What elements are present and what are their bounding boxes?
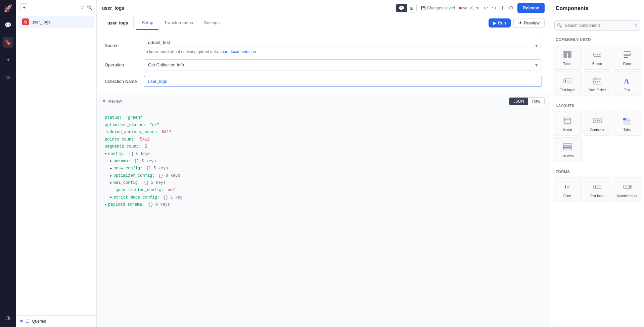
wal-config-expand-arrow[interactable]: ▶ (110, 180, 112, 186)
search-input-icon: 🔍 (557, 23, 562, 28)
nav-star-icon[interactable]: ✦ (3, 54, 13, 65)
svg-rect-48 (563, 148, 571, 150)
file-name-label: user_logs (32, 19, 50, 24)
run-button[interactable]: ▶ Run (489, 18, 511, 28)
component-form2[interactable]: Form (553, 177, 582, 202)
commonly-used-grid: Table Button For (550, 44, 644, 97)
undo-button[interactable]: ↩ (484, 5, 488, 11)
source-hint-text: To know more about querying qdrant data,… (144, 49, 542, 54)
operation-row: Operation Get Collection Info ▼ (105, 59, 542, 70)
components-search-box: 🔍 ✕ (550, 17, 644, 34)
json-optimizer-status-line: optimizer_status: "ok" (105, 122, 542, 129)
json-quantization-line: quantization_config: null (110, 187, 542, 194)
comment-toggle-button[interactable]: 💬 (396, 4, 407, 12)
component-text-input2[interactable]: Text Input (583, 177, 611, 202)
component-text-input[interactable]: Text Input (553, 71, 582, 96)
component-modal[interactable]: Modal (553, 111, 582, 136)
json-segments-count-line: segments_count: 2 (105, 143, 542, 151)
svg-rect-13 (624, 55, 631, 56)
collection-name-input[interactable] (144, 76, 542, 87)
source-row: Source qdrant_test ▼ To know more about … (105, 37, 542, 54)
file-item[interactable]: Q user_logs (18, 16, 94, 28)
collection-control (144, 76, 542, 87)
collection-name-label: Collection Name (105, 79, 138, 84)
redo-button[interactable]: ↪ (492, 5, 496, 11)
grid-toggle-button[interactable]: ⊞ (407, 4, 416, 12)
svg-point-10 (599, 54, 600, 55)
component-button[interactable]: Button (583, 45, 611, 70)
config-collapse-arrow[interactable]: ▼ (105, 151, 107, 157)
version-badge: ver v1 ▼ (459, 6, 479, 10)
add-query-button[interactable]: + (20, 3, 28, 11)
version-dropdown-arrow[interactable]: ▼ (475, 6, 479, 10)
nav-chat-icon[interactable]: 💬 (3, 19, 13, 30)
preview-body: status: "green" optimizer_status: "ok" i… (97, 109, 550, 327)
component-table[interactable]: Table (553, 45, 582, 70)
tabs-icon (621, 115, 633, 127)
hnsw-expand-arrow[interactable]: ▶ (110, 166, 112, 172)
text-input-icon (561, 75, 573, 87)
preview-section: ▼ Preview JSON Raw status: "green" optim… (97, 94, 550, 327)
component-tabs[interactable]: Tabs (613, 111, 641, 136)
read-documentation-link[interactable]: read documentation (220, 49, 256, 54)
component-number-input[interactable]: Number Input (613, 177, 641, 202)
tab-transformation[interactable]: Transformation (158, 16, 198, 30)
json-config-line: ▼ config: {} 6 keys (105, 151, 542, 158)
strict-mode-expand-arrow[interactable]: ▶ (110, 195, 112, 201)
json-config-children: ▶ params: {} 5 keys ▶ hnsw_config: {} 5 … (110, 158, 542, 202)
container-icon (591, 115, 603, 127)
svg-rect-26 (599, 81, 600, 82)
params-expand-arrow[interactable]: ▶ (110, 158, 112, 164)
component-text[interactable]: A Text (613, 71, 641, 96)
topbar: user_logs 💬 ⊞ 💾 Changes saved ver v1 ▼ ↩… (97, 0, 550, 16)
json-params-line: ▶ params: {} 5 keys (110, 158, 542, 165)
nav-theme-icon[interactable]: ◑ (3, 312, 13, 323)
optimizer-config-expand-arrow[interactable]: ▶ (110, 173, 112, 179)
json-optimizer-config-line: ▶ optimizer_config: {} 8 keys (110, 172, 542, 180)
preview-collapse-arrow[interactable]: ▼ (102, 99, 106, 104)
payload-schema-expand-arrow[interactable]: ▶ (105, 202, 107, 208)
nav-bookmark-icon[interactable]: 🔖 (3, 37, 13, 48)
raw-toggle-button[interactable]: Raw (528, 98, 544, 105)
svg-rect-28 (597, 83, 598, 83)
operation-select[interactable]: Get Collection Info (144, 59, 542, 70)
app-logo: 🚀 (4, 4, 13, 13)
components-search-input[interactable] (554, 20, 640, 31)
search-icon[interactable]: 🔍 (87, 5, 92, 10)
table-label: Table (563, 62, 571, 66)
query-tabs-bar: user_logs Setup Transformation Settings … (97, 16, 550, 30)
left-navigation: 🚀 💬 🔖 ✦ ⚙ ◑ (0, 0, 16, 327)
component-date-picker[interactable]: Date Picker (583, 71, 611, 96)
svg-point-37 (594, 120, 596, 121)
queries-link[interactable]: Queries (32, 319, 46, 324)
source-select[interactable]: qdrant_test (144, 37, 542, 48)
json-toggle-button[interactable]: JSON (509, 98, 528, 105)
release-button[interactable]: Release (517, 3, 545, 13)
share-button[interactable]: ⬆ (500, 5, 505, 11)
list-view-icon (561, 141, 573, 153)
svg-point-9 (597, 54, 598, 55)
table-icon (561, 49, 573, 61)
filter-icon[interactable]: ▽ (80, 5, 84, 10)
json-status-line: status: "green" (105, 114, 542, 122)
component-form[interactable]: Form (613, 45, 641, 70)
svg-point-38 (599, 120, 600, 121)
file-panel: + ▽ 🔍 Q user_logs ☰ Queries (16, 0, 97, 327)
tab-setup[interactable]: Setup (136, 16, 158, 30)
component-container[interactable]: Container (583, 111, 611, 136)
search-clear-icon[interactable]: ✕ (634, 23, 637, 28)
file-panel-footer: ☰ Queries (16, 315, 96, 327)
form2-label: Form (563, 194, 571, 198)
svg-rect-14 (624, 57, 628, 58)
preview-button[interactable]: 👁 Preview (513, 18, 545, 28)
save-icon: 💾 (421, 6, 426, 10)
nav-cog-icon[interactable]: ⚙ (3, 72, 13, 83)
json-points-count-line: points_count: 5412 (105, 136, 542, 144)
tab-settings[interactable]: Settings (198, 16, 225, 30)
button-label: Button (592, 62, 602, 66)
json-hnsw-line: ▶ hnsw_config: {} 5 keys (110, 165, 542, 172)
modal-icon (561, 115, 573, 127)
component-list-view[interactable]: List View (553, 137, 582, 162)
container-label: Container (590, 128, 604, 132)
settings-button[interactable]: ⚙ (509, 5, 513, 11)
